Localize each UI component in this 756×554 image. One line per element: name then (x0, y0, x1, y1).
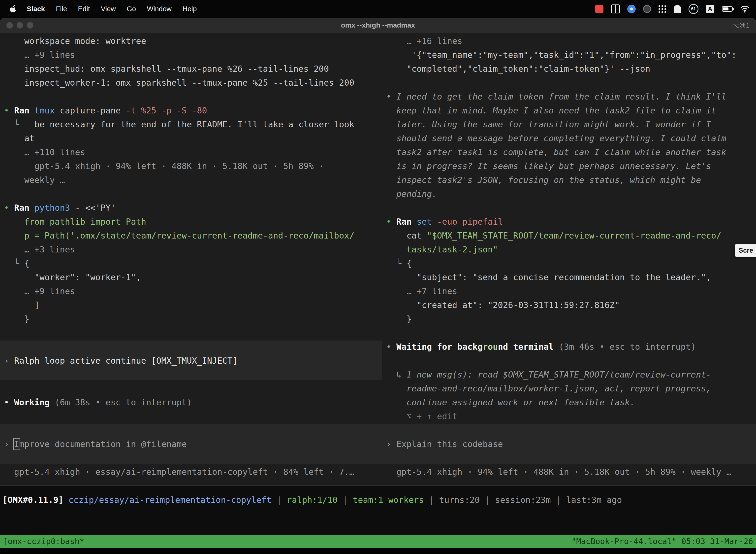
ghost-icon[interactable] (674, 5, 681, 13)
terminal-line: keep that in mind. Maybe I also need the… (386, 104, 716, 117)
menu-item-go[interactable]: Go (127, 5, 136, 13)
terminal-line: … +3 lines (4, 242, 75, 257)
traffic-lights (6, 22, 33, 29)
terminal-line: └ { (386, 257, 412, 270)
terminal-line: readme-and-reco/mailbox/worker-1.json, a… (386, 382, 711, 395)
terminal-line: "completed","claim_token":"claim-token"}… (386, 62, 650, 76)
tmux-session-label[interactable]: [omx-cczip0:bash* (3, 537, 84, 546)
terminal-line: … +9 lines (4, 284, 75, 298)
terminal-line: cat "$OMX_TEAM_STATE_ROOT/team/review-cu… (386, 229, 721, 242)
terminal-line: • Waiting for background terminal (3m 46… (386, 340, 696, 354)
terminal-line: pending. (386, 187, 437, 201)
window-shortcut-hint: ⌥⌘1 (732, 18, 750, 33)
terminal-line: … +110 lines (4, 145, 85, 159)
traffic-light-close[interactable] (6, 22, 13, 29)
terminal-line: "created_at": "2026-03-31T11:59:27.816Z" (386, 298, 620, 312)
window-title: omx --xhigh --madmax (341, 18, 415, 33)
terminal-line: '{"team_name":"my-team","task_id":"1","f… (386, 48, 737, 62)
terminal-line: inspect task2's JSON, focusing on the st… (386, 173, 701, 187)
blue-app-icon[interactable] (627, 5, 636, 13)
window-title-bar: omx --xhigh --madmax ⌥⌘1 (0, 18, 756, 33)
app-menu-title[interactable]: Slack (27, 5, 45, 13)
wifi-icon[interactable] (740, 5, 750, 13)
apple-icon (9, 5, 16, 13)
battery-percent-label: 61 (691, 6, 696, 11)
dots-grid-icon[interactable] (658, 5, 666, 13)
terminal-line: └ be necessary for the end of the README… (4, 117, 354, 131)
traffic-light-minimize[interactable] (17, 22, 23, 29)
terminal-line: inspect_worker-1: omx sparkshell --tmux-… (4, 76, 354, 90)
terminal-line: └ { (4, 257, 29, 270)
terminal-line: • Ran set -euo pipefail (386, 215, 503, 229)
terminal-line: workspace_mode: worktree (4, 34, 146, 48)
dark-app-icon[interactable] (643, 5, 651, 13)
bottom-bar: [OMX#0.11.9] cczip/essay/ai-reimplementa… (0, 486, 756, 535)
menu-bar: Slack File Edit View Go Window Help 61 A (0, 0, 756, 18)
omx-status-line: [OMX#0.11.9] cczip/essay/ai-reimplementa… (2, 493, 622, 507)
menu-item-help[interactable]: Help (183, 5, 197, 13)
terminal-line: should send a message before completing … (386, 131, 726, 145)
terminal-line: weekly … (4, 173, 65, 187)
tmux-status-bar: [omx-cczip0:bash* "MacBook-Pro-44.local"… (0, 535, 756, 548)
window-layout-icon[interactable] (611, 4, 620, 13)
terminal-line: continue assigned work or next feasible … (386, 395, 635, 409)
terminal-line: from pathlib import Path (4, 215, 146, 229)
terminal-line: › Explain this codebase (386, 437, 503, 451)
terminal-line: p = Path('.omx/state/team/review-current… (4, 229, 354, 242)
input-source-letter: A (708, 5, 712, 12)
menu-item-edit[interactable]: Edit (78, 5, 90, 13)
input-source-icon[interactable]: A (706, 5, 714, 13)
terminal-line: inspect_hud: omx sparkshell --tmux-pane … (4, 62, 329, 76)
menu-item-window[interactable]: Window (147, 5, 172, 13)
screenshot-notification[interactable]: Scre (735, 244, 756, 257)
battery-icon[interactable] (722, 6, 733, 12)
terminal-line: ↳ 1 new msg(s): read $OMX_TEAM_STATE_ROO… (386, 368, 711, 382)
terminal-line: • Working (6m 38s • esc to interrupt) (4, 395, 192, 409)
terminal-line: "subject": "send a concise recommendatio… (386, 270, 711, 284)
menu-bar-left: Slack File Edit View Go Window Help (0, 5, 197, 13)
terminal-line: gpt-5.4 xhigh · essay/ai-reimplementatio… (4, 465, 354, 479)
tmux-host-clock: "MacBook-Pro-44.local" 05:03 31-Mar-26 (571, 537, 753, 546)
terminal-line: • Ran python3 - <<'PY' (4, 201, 116, 215)
apple-menu[interactable] (9, 5, 16, 13)
terminal-line: "worker": "worker-1", (4, 270, 141, 284)
left-pane[interactable]: workspace_mode: worktree … +9 lines insp… (0, 33, 382, 486)
terminal-line: … +16 lines (386, 34, 462, 48)
menu-item-file[interactable]: File (56, 5, 67, 13)
terminal-line: } (386, 312, 412, 326)
terminal-line: } (4, 312, 29, 326)
terminal-line: • Ran tmux capture-pane -t %25 -p -S -80 (4, 104, 207, 117)
terminal-line: later. Using the same for transition mig… (386, 117, 711, 131)
terminal-line: … +7 lines (386, 284, 457, 298)
terminal-line: gpt-5.4 xhigh · 94% left · 488K in · 5.1… (386, 465, 732, 479)
terminal-line: • I need to get the claim token from the… (386, 90, 727, 104)
terminal-line: › Improve documentation in @filename (4, 437, 187, 451)
menu-bar-status-icons: 61 A (595, 4, 756, 14)
terminal-line: task2 after task1 is complete, but can I… (386, 145, 726, 159)
terminal-content: workspace_mode: worktree … +9 lines insp… (0, 33, 756, 486)
terminal-line: tasks/task-2.json" (386, 242, 498, 257)
record-indicator-icon[interactable] (595, 5, 604, 13)
terminal-line: ⌥ + ↑ edit (386, 409, 457, 423)
terminal-line: at (4, 131, 35, 145)
terminal-line: › Ralph loop active continue [OMX_TMUX_I… (4, 354, 238, 368)
right-pane[interactable]: … +16 lines '{"team_name":"my-team","tas… (382, 33, 756, 486)
traffic-light-zoom[interactable] (27, 22, 33, 29)
terminal-line: gpt-5.4 xhigh · 94% left · 488K in · 5.1… (4, 159, 324, 173)
menu-item-view[interactable]: View (101, 5, 116, 13)
battery-ring-icon[interactable]: 61 (689, 4, 698, 14)
terminal-line: … +9 lines (4, 48, 75, 62)
terminal-line: is in progress? It seems likely but perh… (386, 159, 711, 173)
terminal-line: ] (4, 298, 40, 312)
